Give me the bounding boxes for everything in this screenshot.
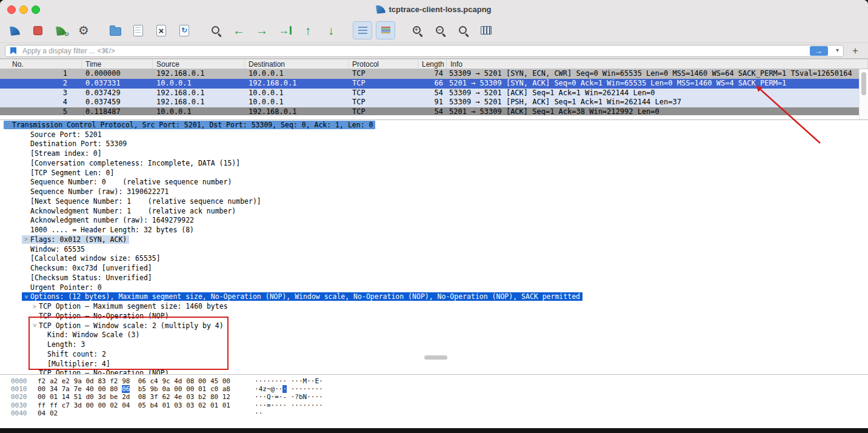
hex-byte[interactable]: b4 [150, 401, 158, 409]
hex-byte[interactable]: c7 [62, 401, 70, 409]
expander-down-icon[interactable]: > [5, 121, 12, 129]
hex-byte[interactable]: 7e [74, 385, 82, 393]
detail-line[interactable]: Source Port: 5201 [0, 130, 868, 139]
ascii-char[interactable]: · [319, 393, 323, 401]
ascii-char[interactable]: · [299, 385, 303, 393]
hex-byte[interactable]: 0a [162, 385, 170, 393]
ascii-char[interactable]: · [315, 393, 319, 401]
detail-line[interactable]: Sequence Number: 0 (relative sequence nu… [0, 178, 868, 187]
hex-byte[interactable]: 01 [198, 385, 206, 393]
packet-row[interactable]: 50.11848710.0.0.1192.168.0.1TCP545201 → … [0, 107, 859, 115]
column-header-source[interactable]: Source [153, 59, 245, 69]
hex-byte[interactable]: 01 [222, 401, 230, 409]
ascii-char[interactable]: = [275, 393, 279, 401]
detail-line[interactable]: [Next Sequence Number: 1 (relative seque… [0, 196, 868, 206]
hex-byte[interactable]: 06 [122, 385, 130, 393]
zoom-out-button[interactable] [430, 21, 450, 39]
hex-byte[interactable]: 62 [162, 393, 170, 401]
hex-byte[interactable]: ff [50, 401, 58, 409]
ascii-char[interactable]: · [295, 377, 299, 385]
hex-byte[interactable]: 4d [174, 377, 182, 385]
detail-line[interactable]: [TCP Segment Len: 0] [0, 168, 868, 178]
hex-byte[interactable]: 02 [50, 409, 58, 417]
go-last-packet-button[interactable] [321, 21, 341, 39]
ascii-char[interactable]: · [299, 377, 303, 385]
hex-byte[interactable]: 9c [162, 377, 170, 385]
hex-byte[interactable]: be [110, 393, 118, 401]
detail-line[interactable]: >Options: (12 bytes), Maximum segment si… [0, 292, 868, 302]
ascii-char[interactable]: · [262, 401, 267, 409]
ascii-char[interactable]: · [295, 401, 299, 409]
hex-byte[interactable]: 7a [62, 385, 70, 393]
ascii-char[interactable]: z [262, 385, 267, 393]
hex-byte[interactable]: 05 [138, 401, 146, 409]
hex-byte[interactable]: f2 [38, 377, 45, 385]
expander-down-icon[interactable]: > [23, 292, 30, 301]
go-to-packet-button[interactable] [275, 21, 295, 39]
ascii-char[interactable]: · [299, 401, 303, 409]
hex-byte[interactable]: f2 [110, 377, 118, 385]
zoom-in-button[interactable] [407, 21, 427, 39]
detail-line[interactable]: Checksum: 0xc73d [unverified] [0, 263, 868, 273]
column-header-info[interactable]: Info [447, 59, 868, 69]
packet-list-scrollbar-thumb[interactable] [861, 72, 866, 95]
hex-byte[interactable]: 00 [222, 377, 230, 385]
add-filter-button[interactable]: + [849, 45, 862, 57]
filter-apply-button[interactable]: → [810, 46, 828, 56]
hex-byte[interactable]: 00 [38, 393, 45, 401]
hex-byte[interactable]: 80 [210, 393, 218, 401]
hex-byte[interactable]: 08 [186, 377, 194, 385]
hex-byte[interactable]: 06 [138, 377, 146, 385]
hex-byte[interactable]: 00 [174, 385, 182, 393]
hex-byte[interactable]: 02 [110, 401, 118, 409]
ascii-char[interactable]: · [319, 385, 323, 393]
hex-byte[interactable]: 98 [122, 377, 130, 385]
ascii-char[interactable]: · [255, 401, 259, 409]
hex-byte[interactable]: 34 [50, 385, 58, 393]
stop-capture-button[interactable] [28, 21, 47, 39]
hex-byte[interactable]: 12 [222, 393, 230, 401]
detail-line[interactable]: >Transmission Control Protocol, Src Port… [0, 120, 868, 130]
ascii-char[interactable]: = [267, 401, 271, 409]
start-capture-button[interactable] [5, 21, 24, 39]
display-filter-input[interactable] [5, 45, 844, 57]
ascii-char[interactable]: · [282, 385, 287, 393]
column-header-protocol[interactable]: Protocol [349, 59, 418, 69]
ascii-char[interactable]: · [262, 393, 267, 401]
hex-byte[interactable]: c0 [210, 385, 218, 393]
go-first-packet-button[interactable] [298, 21, 318, 39]
ascii-char[interactable]: · [307, 393, 311, 401]
resize-columns-button[interactable] [476, 21, 496, 39]
hex-byte[interactable]: 01 [210, 401, 218, 409]
details-h-scrollbar[interactable] [424, 355, 447, 360]
hex-byte[interactable]: 14 [62, 393, 70, 401]
ascii-char[interactable]: · [255, 393, 259, 401]
hex-byte[interactable]: 08 [138, 393, 146, 401]
ascii-char[interactable]: · [307, 385, 311, 393]
ascii-char[interactable]: · [295, 385, 299, 393]
ascii-char[interactable]: · [275, 377, 279, 385]
hex-byte[interactable]: a2 [50, 377, 58, 385]
hex-byte[interactable]: 03 [174, 401, 182, 409]
ascii-char[interactable]: ? [295, 393, 299, 401]
hex-byte[interactable]: b5 [138, 385, 146, 393]
ascii-char[interactable]: · [282, 401, 287, 409]
column-header-length[interactable]: Length [418, 59, 447, 69]
detail-line[interactable]: [Calculated window size: 65535] [0, 254, 868, 264]
ascii-char[interactable]: · [319, 377, 323, 385]
ascii-char[interactable]: · [262, 377, 267, 385]
hex-byte[interactable]: c4 [150, 377, 158, 385]
find-packet-button[interactable] [206, 21, 225, 39]
hex-byte[interactable]: 04 [122, 401, 130, 409]
hex-byte[interactable]: 9b [150, 385, 158, 393]
ascii-char[interactable]: · [307, 377, 311, 385]
open-file-button[interactable] [105, 21, 125, 39]
ascii-char[interactable]: · [255, 385, 259, 393]
colorize-button[interactable] [376, 21, 395, 39]
hex-byte[interactable]: 03 [186, 401, 194, 409]
expander-right-icon[interactable]: > [30, 303, 39, 310]
ascii-char[interactable]: · [275, 401, 279, 409]
hex-byte[interactable]: a8 [222, 385, 230, 393]
ascii-char[interactable]: · [282, 377, 287, 385]
hex-byte[interactable]: 3d [74, 401, 82, 409]
